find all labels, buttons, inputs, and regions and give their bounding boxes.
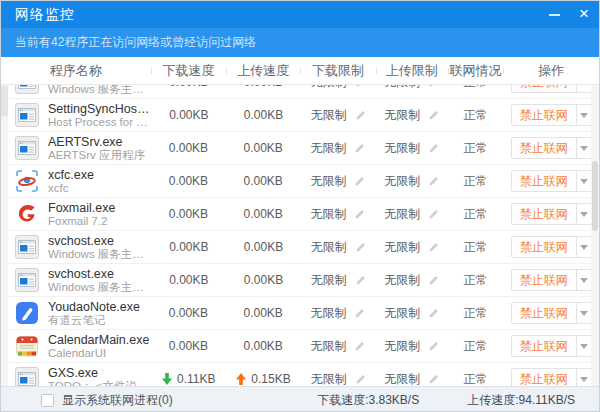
- close-icon: ×: [579, 5, 589, 22]
- program-description: AERTSrv 应用程序: [48, 149, 145, 162]
- program-description: Windows 服务主进程: [48, 248, 151, 261]
- scrollbar-track[interactable]: [591, 85, 599, 386]
- network-status-value: 正常: [464, 107, 488, 124]
- program-cell: xcfc.exexcfc: [1, 168, 151, 195]
- dropdown-caret-icon[interactable]: [576, 204, 591, 224]
- forbid-network-button[interactable]: 禁止联网: [511, 203, 592, 225]
- forbid-network-button[interactable]: 禁止联网: [511, 335, 592, 357]
- download-speed-cell: 0.00KB: [151, 207, 227, 221]
- dropdown-caret-icon[interactable]: [576, 138, 591, 158]
- total-upload-speed: 上传速度:94.11KB/S: [467, 392, 575, 409]
- network-status-value: 正常: [463, 338, 487, 355]
- upload-speed-value: 0.00KB: [244, 273, 283, 287]
- upload-arrow-icon: [236, 373, 246, 385]
- program-cell: svchost.exeWindows 服务主进程: [1, 267, 151, 294]
- forbid-network-button[interactable]: 禁止联网: [511, 170, 592, 192]
- forbid-network-label: 禁止联网: [512, 336, 576, 356]
- dropdown-caret-icon[interactable]: [576, 237, 591, 257]
- scrollbar-thumb[interactable]: [592, 161, 598, 231]
- window-controls: ×: [539, 1, 599, 28]
- forbid-network-button[interactable]: 禁止联网: [511, 368, 592, 386]
- program-name: SettingSyncHost.exe: [48, 102, 151, 116]
- left-scrollbar-thumb[interactable]: [1, 86, 8, 116]
- dropdown-caret-icon[interactable]: [576, 85, 591, 92]
- edit-download-limit-icon[interactable]: [355, 110, 366, 121]
- upload-speed-value: 0.00KB: [243, 141, 282, 155]
- dropdown-caret-icon[interactable]: [576, 171, 591, 191]
- network-status-value: 正常: [463, 305, 487, 322]
- dropdown-caret-icon[interactable]: [576, 303, 591, 323]
- edit-upload-limit-icon[interactable]: [428, 242, 439, 253]
- forbid-network-button[interactable]: 禁止联网: [511, 85, 592, 93]
- edit-download-limit-icon[interactable]: [354, 209, 365, 220]
- edit-download-limit-icon[interactable]: [355, 242, 366, 253]
- forbid-network-button[interactable]: 禁止联网: [511, 269, 592, 291]
- download-limit-cell: 无限制: [300, 338, 376, 355]
- column-header-operation[interactable]: 操作: [503, 62, 599, 80]
- column-header-program-name[interactable]: 程序名称: [1, 62, 151, 80]
- download-speed-cell: 0.00KB: [151, 273, 227, 287]
- download-limit-cell: 无限制: [300, 272, 376, 289]
- program-name-block: CalendarMain.exeCalendarUI: [48, 333, 149, 360]
- column-header-upload-speed[interactable]: 上传速度: [226, 62, 300, 80]
- upload-limit-value: 无限制: [384, 85, 420, 91]
- minimize-button[interactable]: [539, 1, 569, 28]
- edit-download-limit-icon[interactable]: [355, 374, 366, 385]
- forbid-network-button[interactable]: 禁止联网: [511, 302, 592, 324]
- dropdown-caret-icon[interactable]: [576, 270, 591, 290]
- close-button[interactable]: ×: [569, 1, 599, 28]
- edit-upload-limit-icon[interactable]: [428, 275, 439, 286]
- edit-upload-limit-icon[interactable]: [428, 110, 439, 121]
- column-header-network-status[interactable]: 联网情况: [448, 62, 504, 80]
- download-speed-cell: 0.00KB: [151, 174, 227, 188]
- forbid-network-button[interactable]: 禁止联网: [511, 236, 592, 258]
- windows-app-icon: [15, 367, 39, 386]
- column-header-download-limit[interactable]: 下载限制: [300, 62, 376, 80]
- download-speed-cell: 0.00KB: [151, 141, 227, 155]
- edit-upload-limit-icon[interactable]: [428, 176, 439, 187]
- upload-speed-cell: 0.00KB: [226, 339, 300, 353]
- upload-limit-cell: 无限制: [376, 173, 448, 190]
- edit-download-limit-icon[interactable]: [355, 275, 366, 286]
- download-speed-cell: 0.11KB: [151, 372, 227, 386]
- table-row: AERTSrv.exeAERTSrv 应用程序0.00KB0.00KB无限制无限…: [1, 132, 599, 165]
- dropdown-caret-icon[interactable]: [576, 105, 591, 125]
- upload-speed-value: 0.00KB: [243, 306, 282, 320]
- program-name-block: xcfc.exexcfc: [48, 168, 94, 195]
- operation-cell: 禁止联网: [503, 85, 599, 93]
- forbid-network-label: 禁止联网: [512, 138, 576, 158]
- show-system-processes-checkbox[interactable]: [41, 394, 54, 407]
- edit-upload-limit-icon[interactable]: [428, 209, 439, 220]
- download-speed-value: 0.11KB: [177, 372, 215, 386]
- edit-upload-limit-icon[interactable]: [428, 308, 439, 319]
- column-header-upload-limit[interactable]: 上传限制: [376, 62, 448, 80]
- upload-speed-value: 0.00KB: [244, 240, 283, 254]
- left-scrollbar-track[interactable]: [1, 85, 8, 386]
- table-row: CalendarMain.exeCalendarUI0.00KB0.00KB无限…: [1, 330, 599, 363]
- forbid-network-label: 禁止联网: [512, 171, 576, 191]
- upload-limit-value: 无限制: [384, 371, 420, 387]
- edit-download-limit-icon[interactable]: [354, 308, 365, 319]
- windows-app-icon: [15, 136, 39, 160]
- edit-download-limit-icon[interactable]: [355, 85, 366, 88]
- forbid-network-button[interactable]: 禁止联网: [511, 137, 592, 159]
- edit-download-limit-icon[interactable]: [354, 341, 365, 352]
- program-name-block: AERTSrv.exeAERTSrv 应用程序: [48, 135, 145, 162]
- footer-bar: 显示系统联网进程(0) 下载速度:3.83KB/S 上传速度:94.11KB/S: [1, 386, 599, 412]
- table-body: svchost.exeWindows 服务主进程0.00KB0.00KB无限制无…: [1, 85, 599, 386]
- upload-speed-cell: 0.15KB: [227, 372, 301, 386]
- dropdown-caret-icon[interactable]: [576, 369, 591, 386]
- edit-download-limit-icon[interactable]: [354, 143, 365, 154]
- column-header-download-speed[interactable]: 下载速度: [151, 62, 227, 80]
- upload-speed-value: 0.00KB: [243, 339, 282, 353]
- edit-upload-limit-icon[interactable]: [428, 85, 439, 88]
- edit-upload-limit-icon[interactable]: [428, 341, 439, 352]
- forbid-network-button[interactable]: 禁止联网: [511, 104, 592, 126]
- table-row: xcfc.exexcfc0.00KB0.00KB无限制无限制正常禁止联网: [1, 165, 599, 198]
- edit-upload-limit-icon[interactable]: [428, 374, 439, 385]
- edit-download-limit-icon[interactable]: [354, 176, 365, 187]
- dropdown-caret-icon[interactable]: [576, 336, 591, 356]
- edit-upload-limit-icon[interactable]: [428, 143, 439, 154]
- upload-limit-value: 无限制: [384, 305, 420, 322]
- operation-cell: 禁止联网: [503, 335, 599, 357]
